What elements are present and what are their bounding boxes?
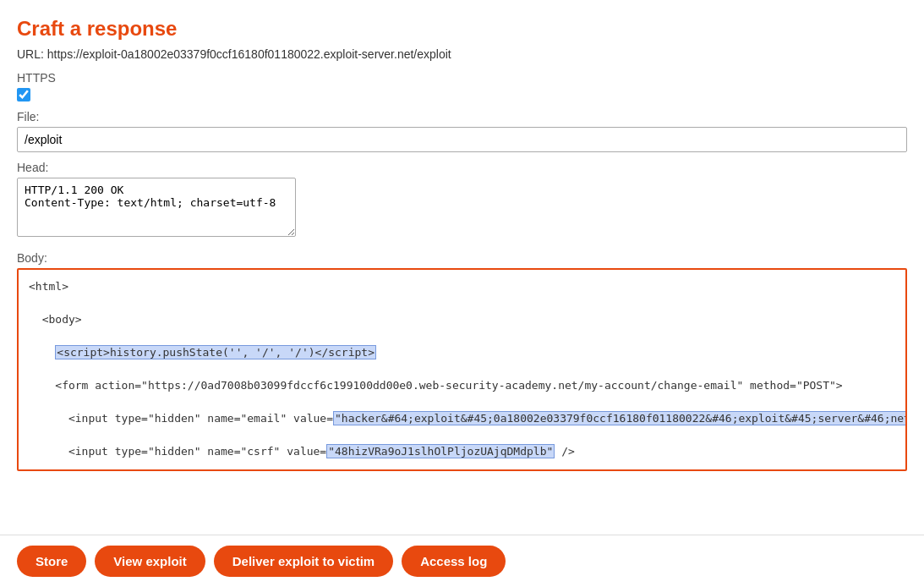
script-highlight: <script>history.pushState('', '/', '/')<… [55,345,376,359]
body-editor[interactable]: <html> <body> <script>history.pushState(… [17,268,907,471]
body-label: Body: [17,251,907,265]
file-input[interactable] [17,127,907,152]
url-line: URL: https://exploit-0a18002e03379f0ccf1… [17,47,907,61]
https-label: HTTPS [17,71,907,85]
csrf-value-highlight: "48hizVRa9oJ1slhOlPljozUAjqDMdplb" [326,444,555,458]
https-checkbox-row [17,88,907,101]
file-label: File: [17,110,907,123]
url-value: https://exploit-0a18002e03379f0ccf16180f… [47,47,451,61]
url-label: URL: [17,47,44,61]
head-textarea[interactable]: HTTP/1.1 200 OK Content-Type: text/html;… [17,178,296,237]
https-checkbox[interactable] [17,88,30,101]
page-title: Craft a response [17,17,907,41]
email-value-highlight: "hacker&#64;exploit&#45;0a18002e03379f0c… [333,411,907,425]
head-label: Head: [17,161,907,174]
